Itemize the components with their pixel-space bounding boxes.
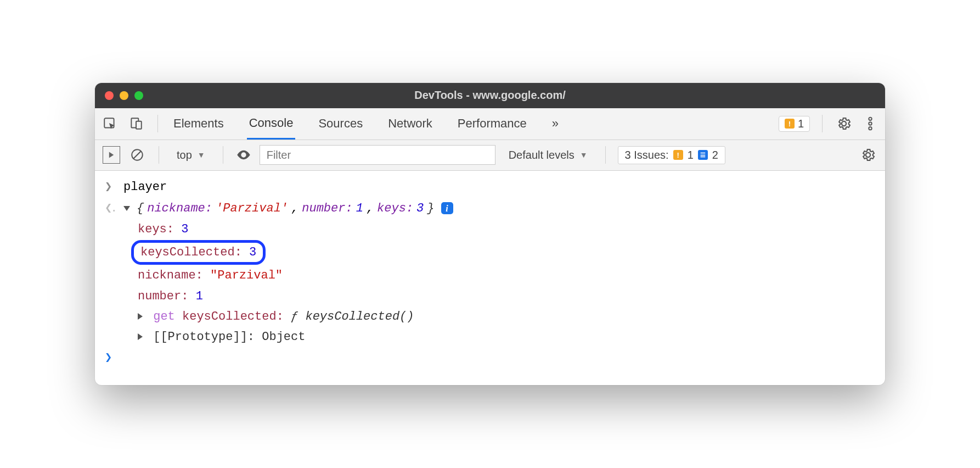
close-brace: } — [427, 199, 434, 218]
tabs-list: Elements Console Sources Network Perform… — [171, 108, 561, 139]
summary-key: number: — [302, 199, 352, 218]
console-input-text: player — [123, 177, 875, 197]
property-row[interactable]: number: 1 — [138, 286, 885, 307]
tabs-left-icons — [100, 114, 162, 133]
tab-console[interactable]: Console — [247, 108, 296, 140]
tab-performance[interactable]: Performance — [455, 109, 529, 138]
device-toggle-icon[interactable] — [127, 114, 145, 133]
expand-toggle-icon[interactable] — [123, 206, 130, 211]
output-prompt-icon: ❮․ — [105, 199, 123, 218]
console-input-row: ❯ player — [95, 176, 885, 198]
top-issues-badge[interactable]: ! 1 — [779, 116, 810, 132]
tab-label: Console — [249, 116, 294, 130]
property-row-prototype[interactable]: [[Prototype]]: Object — [138, 327, 885, 347]
object-properties: keys: 3 keysCollected: 3 nickname: "Parz… — [95, 219, 885, 347]
warning-icon: ! — [673, 150, 683, 160]
property-row[interactable]: nickname: "Parzival" — [138, 265, 885, 286]
prop-value: 3 — [181, 222, 188, 236]
highlight-annotation: keysCollected: 3 — [131, 240, 266, 265]
info-tooltip-icon[interactable]: i — [441, 202, 453, 214]
minimize-window-button[interactable] — [120, 91, 128, 100]
function-name: keysCollected() — [305, 310, 414, 324]
devtools-window: DevTools - www.google.com/ Elements Cons… — [95, 83, 885, 386]
tab-label: Elements — [173, 116, 224, 130]
console-input-empty[interactable] — [123, 348, 875, 367]
chevron-down-icon: ▼ — [580, 151, 588, 159]
warn-count: 1 — [688, 149, 694, 161]
prop-value: 3 — [249, 246, 256, 259]
tab-elements[interactable]: Elements — [171, 109, 226, 138]
divider — [605, 146, 606, 164]
divider — [157, 115, 158, 132]
divider — [223, 146, 223, 164]
issues-counter[interactable]: 3 Issues: ! 1 ☰ 2 — [618, 146, 725, 164]
issues-label: 3 Issues: — [625, 149, 669, 161]
filter-input[interactable] — [260, 145, 495, 165]
tab-label: Sources — [318, 116, 363, 130]
toggle-sidebar-icon[interactable] — [103, 146, 120, 164]
input-prompt-icon: ❯ — [105, 177, 123, 197]
expand-toggle-icon[interactable] — [138, 313, 143, 320]
badge-count: 1 — [798, 118, 804, 130]
divider — [822, 115, 823, 132]
divider — [159, 146, 159, 164]
open-brace: { — [137, 199, 144, 218]
tabs-right: ! 1 — [779, 114, 880, 133]
settings-gear-icon[interactable] — [835, 114, 853, 133]
inspect-element-icon[interactable] — [100, 114, 119, 133]
console-output-row: ❮․ { nickname: 'Parzival', number: 1, ke… — [95, 198, 885, 219]
close-window-button[interactable] — [105, 91, 114, 100]
prop-key: keys: — [138, 222, 174, 236]
property-row-highlighted[interactable]: keysCollected: 3 — [138, 239, 885, 265]
prop-value: "Parzival" — [210, 269, 283, 282]
getter-prefix: get — [153, 310, 175, 324]
info-count: 2 — [712, 149, 718, 161]
traffic-lights — [105, 91, 143, 100]
prop-key: keysCollected: — [140, 246, 242, 259]
prop-key: number: — [138, 289, 188, 303]
clear-console-icon[interactable] — [128, 146, 147, 164]
tab-sources[interactable]: Sources — [316, 109, 365, 138]
log-levels-selector[interactable]: Default levels ▼ — [503, 147, 593, 164]
context-label: top — [177, 149, 192, 161]
svg-point-3 — [869, 118, 871, 120]
prop-value: 1 — [196, 289, 203, 303]
levels-label: Default levels — [509, 149, 575, 161]
summary-value: 1 — [356, 199, 363, 218]
console-toolbar: top ▼ Default levels ▼ 3 Issues: ! 1 ☰ 2 — [95, 140, 885, 171]
prop-key: nickname: — [138, 269, 203, 282]
overflow-label: » — [552, 116, 559, 130]
chevron-down-icon: ▼ — [198, 151, 205, 159]
svg-line-7 — [134, 152, 141, 159]
prop-value: Object — [262, 330, 305, 344]
console-prompt-row[interactable]: ❯ — [95, 347, 885, 369]
console-settings-gear-icon[interactable] — [859, 146, 877, 164]
tabs-bar: Elements Console Sources Network Perform… — [95, 108, 885, 140]
prop-key: keysCollected: — [182, 310, 284, 324]
tab-network[interactable]: Network — [386, 109, 435, 138]
object-summary[interactable]: { nickname: 'Parzival', number: 1, keys:… — [123, 199, 875, 218]
svg-rect-2 — [136, 121, 142, 129]
execution-context-selector[interactable]: top ▼ — [171, 147, 211, 164]
tab-label: Performance — [458, 116, 527, 130]
titlebar: DevTools - www.google.com/ — [95, 83, 885, 108]
summary-key: nickname: — [147, 199, 212, 218]
summary-value: 3 — [416, 199, 424, 218]
info-issue-icon: ☰ — [698, 150, 708, 160]
svg-point-5 — [869, 127, 871, 130]
summary-value: 'Parzival' — [216, 199, 288, 218]
tab-label: Network — [388, 116, 432, 130]
console-output: ❯ player ❮․ { nickname: 'Parzival', numb… — [95, 171, 885, 386]
window-title: DevTools - www.google.com/ — [95, 89, 885, 102]
warning-icon: ! — [785, 119, 795, 129]
expand-toggle-icon[interactable] — [138, 333, 143, 340]
maximize-window-button[interactable] — [134, 91, 143, 100]
svg-point-4 — [869, 122, 871, 125]
property-row[interactable]: keys: 3 — [138, 219, 885, 239]
prop-key: [[Prototype]]: — [153, 330, 255, 344]
input-prompt-icon: ❯ — [105, 348, 123, 367]
property-row-getter[interactable]: get keysCollected: ƒ keysCollected() — [138, 307, 885, 327]
tabs-overflow[interactable]: » — [550, 109, 561, 138]
more-menu-icon[interactable] — [861, 114, 880, 133]
live-expression-icon[interactable] — [235, 147, 252, 163]
